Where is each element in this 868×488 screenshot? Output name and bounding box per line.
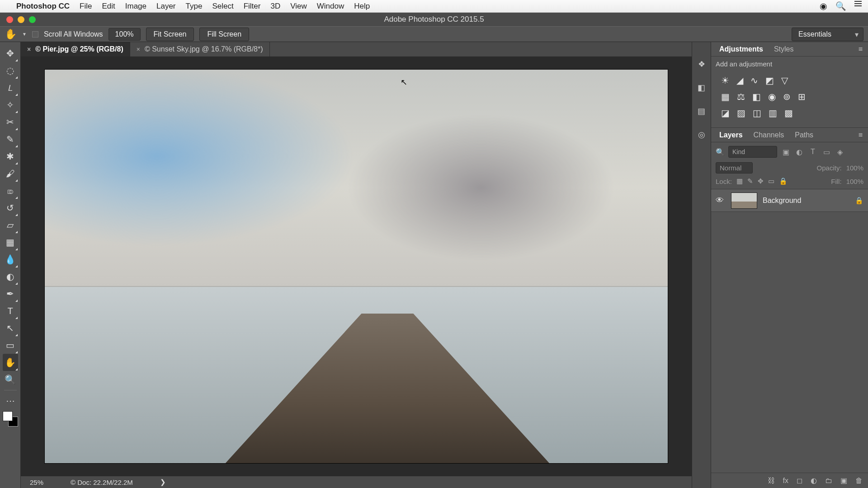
- channels-tab[interactable]: Channels: [748, 128, 790, 142]
- brush-tool[interactable]: 🖌: [3, 165, 18, 182]
- zoom-tool[interactable]: 🔍: [3, 371, 18, 388]
- black-white-icon[interactable]: ◧: [752, 91, 761, 102]
- foreground-color-swatch[interactable]: [3, 411, 13, 421]
- lock-transparency-icon[interactable]: ▦: [736, 177, 743, 185]
- layer-lock-icon[interactable]: 🔒: [855, 197, 863, 205]
- canvas-viewport[interactable]: ↖: [21, 56, 692, 476]
- gradient-tool[interactable]: ▦: [3, 234, 18, 251]
- crop-tool[interactable]: ✂: [3, 113, 18, 131]
- app-name[interactable]: Photoshop CC: [16, 2, 70, 11]
- filter-shape-icon[interactable]: ▭: [821, 148, 831, 156]
- color-lookup-icon[interactable]: ⊞: [798, 91, 806, 102]
- add-mask-icon[interactable]: ◻: [797, 476, 802, 485]
- document-tab-sunset-sky[interactable]: × © Sunset Sky.jpg @ 16.7% (RGB/8*): [130, 42, 270, 56]
- marquee-tool[interactable]: ◌: [3, 62, 18, 79]
- new-layer-icon[interactable]: ▣: [840, 476, 847, 485]
- filter-adjustment-icon[interactable]: ◐: [794, 148, 804, 156]
- gradient-map-icon[interactable]: ▥: [769, 108, 777, 118]
- link-layers-icon[interactable]: ⛓: [768, 477, 775, 485]
- document-canvas[interactable]: [44, 69, 668, 464]
- color-swatches[interactable]: [3, 411, 18, 427]
- panel-menu-icon[interactable]: ≡: [859, 45, 865, 53]
- history-brush-tool[interactable]: ↺: [3, 199, 18, 216]
- edit-toolbar-button[interactable]: ⋯: [3, 392, 18, 409]
- lock-image-icon[interactable]: ✎: [747, 177, 753, 185]
- tool-preset-chevron-icon[interactable]: ▼: [22, 32, 27, 37]
- menu-window[interactable]: Window: [317, 2, 344, 11]
- new-fill-adjustment-icon[interactable]: ◐: [811, 476, 817, 485]
- eraser-tool[interactable]: ▱: [3, 216, 18, 234]
- opacity-value[interactable]: 100%: [846, 164, 863, 172]
- document-tab-pier[interactable]: × © Pier.jpg @ 25% (RGB/8): [21, 42, 130, 56]
- rectangle-tool[interactable]: ▭: [3, 337, 18, 354]
- workspace-dropdown[interactable]: Essentials: [792, 28, 863, 41]
- filter-pixel-icon[interactable]: ▣: [781, 148, 791, 156]
- layers-tab[interactable]: Layers: [714, 128, 748, 142]
- panel-menu-icon[interactable]: ≡: [859, 131, 865, 139]
- layer-thumbnail[interactable]: [731, 192, 757, 209]
- blend-mode-dropdown[interactable]: Normal: [716, 162, 753, 174]
- status-doc-size[interactable]: © Doc: 22.2M/22.2M: [71, 479, 133, 486]
- styles-tab[interactable]: Styles: [769, 42, 799, 56]
- hand-tool-icon[interactable]: ✋: [5, 28, 17, 40]
- invert-icon[interactable]: ◪: [721, 108, 730, 118]
- layer-fx-icon[interactable]: fx: [783, 477, 788, 485]
- adjustments-tab[interactable]: Adjustments: [714, 42, 769, 56]
- lock-artboard-icon[interactable]: ▭: [768, 177, 774, 185]
- filter-type-icon[interactable]: T: [808, 148, 818, 156]
- lasso-tool[interactable]: 𝘓: [3, 79, 18, 96]
- color-balance-icon[interactable]: ⚖: [737, 91, 745, 102]
- menu-3d[interactable]: 3D: [270, 2, 280, 11]
- window-zoom-button[interactable]: [29, 16, 36, 23]
- libraries-panel-icon[interactable]: ▤: [696, 105, 708, 117]
- close-tab-icon[interactable]: ×: [137, 46, 140, 53]
- layer-name[interactable]: Background: [763, 197, 849, 205]
- vibrance-icon[interactable]: ▽: [781, 75, 788, 86]
- healing-brush-tool[interactable]: ✱: [3, 148, 18, 165]
- brightness-contrast-icon[interactable]: ☀: [721, 75, 729, 86]
- cc-libraries-icon[interactable]: ◎: [696, 129, 708, 141]
- clone-stamp-tool[interactable]: ⎄: [3, 182, 18, 199]
- eyedropper-tool[interactable]: ✎: [3, 131, 18, 148]
- menu-filter[interactable]: Filter: [244, 2, 261, 11]
- properties-panel-icon[interactable]: ◧: [696, 82, 708, 94]
- history-panel-icon[interactable]: ❖: [696, 58, 708, 70]
- menubar-list-icon[interactable]: [854, 1, 862, 11]
- hand-tool[interactable]: ✋: [3, 354, 18, 371]
- paths-tab[interactable]: Paths: [789, 128, 819, 142]
- layer-visibility-icon[interactable]: 👁: [716, 196, 726, 205]
- lock-all-icon[interactable]: 🔒: [779, 177, 788, 185]
- blur-tool[interactable]: 💧: [3, 251, 18, 268]
- scroll-all-windows-checkbox[interactable]: [32, 31, 38, 38]
- photo-filter-icon[interactable]: ◉: [768, 91, 776, 102]
- dodge-tool[interactable]: ◐: [3, 268, 18, 285]
- lock-position-icon[interactable]: ✥: [758, 177, 764, 185]
- status-zoom[interactable]: 25%: [30, 479, 43, 486]
- hue-saturation-icon[interactable]: ▦: [721, 91, 730, 102]
- type-tool[interactable]: T: [3, 302, 18, 319]
- curves-icon[interactable]: ∿: [750, 75, 758, 86]
- exposure-icon[interactable]: ◩: [765, 75, 774, 86]
- menu-view[interactable]: View: [290, 2, 307, 11]
- selective-color-icon[interactable]: ▩: [784, 108, 793, 118]
- menu-layer[interactable]: Layer: [156, 2, 176, 11]
- spotlight-icon[interactable]: 🔍: [835, 1, 846, 11]
- move-tool[interactable]: ✥: [3, 45, 18, 62]
- magic-wand-tool[interactable]: ✧: [3, 96, 18, 113]
- channel-mixer-icon[interactable]: ⊚: [783, 91, 791, 102]
- filter-smart-icon[interactable]: ◈: [835, 148, 845, 156]
- layer-filter-kind-dropdown[interactable]: Kind: [728, 146, 777, 158]
- levels-icon[interactable]: ◢: [736, 75, 743, 86]
- layer-row[interactable]: 👁 Background 🔒: [711, 189, 868, 212]
- threshold-icon[interactable]: ◫: [753, 108, 761, 118]
- zoom-level-field[interactable]: 100%: [108, 28, 141, 41]
- window-close-button[interactable]: [6, 16, 13, 23]
- pen-tool[interactable]: ✒: [3, 285, 18, 302]
- menu-type[interactable]: Type: [186, 2, 203, 11]
- fit-screen-button[interactable]: Fit Screen: [146, 28, 194, 41]
- close-tab-icon[interactable]: ×: [27, 46, 31, 53]
- window-minimize-button[interactable]: [18, 16, 24, 23]
- fill-screen-button[interactable]: Fill Screen: [199, 28, 249, 41]
- status-flyout-icon[interactable]: ❯: [160, 478, 166, 486]
- fill-value[interactable]: 100%: [846, 178, 863, 185]
